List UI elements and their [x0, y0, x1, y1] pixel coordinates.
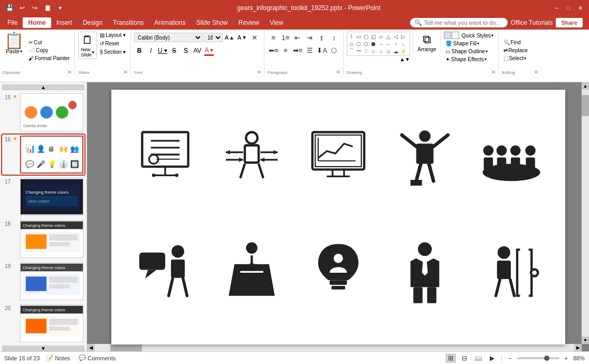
shape-rtriangle[interactable]: ◁ [392, 33, 400, 40]
redo-btn[interactable]: ↪ [30, 3, 40, 13]
layout-button[interactable]: ▤ Layout ▾ [98, 32, 127, 39]
smartart-btn[interactable]: ⬡ [328, 44, 340, 56]
clipboard-expand-icon[interactable]: ⧉ [68, 70, 71, 75]
shape-ltriangle[interactable]: ▷ [400, 33, 407, 40]
font-name-select[interactable]: Calibri (Body) [134, 33, 203, 42]
icon-person-speech[interactable] [122, 217, 208, 329]
normal-view-btn[interactable]: ⊞ [445, 353, 456, 363]
shape-curve[interactable]: ⌒ [348, 47, 355, 55]
decrease-font-btn[interactable]: A▼ [236, 32, 248, 43]
icon-meeting-group[interactable] [468, 106, 555, 217]
slide-panel[interactable]: ▲ 15 ★ Colorful circles 16 ★ [0, 82, 87, 351]
copy-button[interactable]: 📄 Copy [27, 47, 71, 54]
increase-indent-btn[interactable]: ⇥ [304, 32, 316, 43]
slide-item-16[interactable]: 16 ★ 📊 👤 🖥 🙌 👥 💬 🎤 💡 👔 🔲 [2, 135, 84, 175]
shape-lightning[interactable]: ⚡ [400, 47, 407, 55]
share-button[interactable]: Share [556, 18, 583, 27]
drawing-expand-icon[interactable]: ⧉ [492, 70, 495, 75]
align-right-btn[interactable]: ➡≡ [292, 44, 303, 56]
horizontal-scrollbar[interactable]: ◀ ▶ [87, 344, 582, 351]
style-swatch-1[interactable] [444, 32, 451, 39]
shape-star[interactable]: ☆ [370, 47, 377, 55]
paste-button[interactable]: 📋 Paste ▾ [2, 32, 26, 69]
icon-person-arrows[interactable] [208, 106, 295, 217]
slide-thumb-17[interactable]: Changing theme colors Slide content [20, 178, 83, 216]
maximize-btn[interactable]: □ [564, 4, 573, 12]
shape-outline-button[interactable]: ▭ Shape Outline ▾ [444, 48, 496, 55]
notes-button[interactable]: 📝 Notes [44, 354, 72, 362]
scroll-up-arrow[interactable]: ▲ [582, 82, 589, 90]
replace-button[interactable]: ⇄ Replace [502, 47, 538, 54]
shape-line[interactable]: \ [348, 33, 355, 40]
menu-insert[interactable]: Insert [51, 17, 78, 28]
save-btn[interactable]: 💾 [4, 3, 15, 13]
icon-monitor-chart[interactable] [295, 106, 382, 217]
paragraph-expand-icon[interactable]: ⧉ [337, 70, 340, 75]
font-size-select[interactable]: 18 [204, 33, 223, 42]
shape-diamond[interactable]: ◇ [348, 40, 355, 47]
icon-presentation-board[interactable] [122, 106, 208, 217]
shape-freeform[interactable]: 〜 [355, 47, 363, 55]
shape-arrow-l[interactable]: ← [385, 40, 392, 47]
shape-fill-button[interactable]: 🪣 Shape Fill ▾ [444, 40, 496, 47]
undo-btn[interactable]: ↩ [17, 3, 27, 13]
numbering-btn[interactable]: 1≡ [280, 32, 291, 43]
slide-thumb-18[interactable]: Changing theme colors [20, 220, 83, 258]
slides-expand-icon[interactable]: ⧉ [124, 70, 127, 75]
shape-heart[interactable]: ♡ [363, 47, 370, 55]
comments-button[interactable]: 💬 Comments [77, 354, 118, 362]
icon-person-celebrate[interactable] [382, 106, 468, 217]
icon-person-brackets[interactable] [468, 217, 555, 329]
shape-hexagon[interactable]: ⬡ [363, 40, 370, 47]
slide-thumb-16[interactable]: 📊 👤 🖥 🙌 👥 💬 🎤 💡 👔 🔲 [20, 136, 83, 174]
shape-rounded-rect[interactable]: ▢ [363, 33, 370, 40]
slide-sorter-btn[interactable]: ⊟ [459, 353, 470, 363]
clear-format-btn[interactable]: ✕ [249, 32, 261, 43]
tell-me-input-wrapper[interactable]: 🔍 [410, 18, 508, 27]
quick-styles-button[interactable]: Quick Styles ▾ [460, 32, 496, 39]
increase-font-btn[interactable]: A▲ [224, 32, 235, 43]
slide-item-19[interactable]: 19 ★ Changing theme colors [2, 261, 84, 301]
slide-item-15[interactable]: 15 ★ Colorful circles [2, 92, 84, 132]
slide-thumb-15[interactable]: Colorful circles [20, 93, 83, 131]
icon-business-person[interactable] [382, 217, 468, 329]
shape-effects-button[interactable]: ✦ Shape Effects ▾ [444, 56, 496, 63]
shapes-scroll-down[interactable]: ▼ [405, 56, 410, 62]
shape-cloud[interactable]: ☁ [392, 47, 400, 55]
menu-review[interactable]: Review [233, 17, 264, 28]
icon-podium-speaker[interactable] [208, 217, 295, 329]
shape-arrow-r[interactable]: → [377, 40, 385, 47]
align-center-btn[interactable]: ≡ [280, 44, 291, 56]
menu-slideshow[interactable]: Slide Show [191, 17, 233, 28]
font-expand-icon[interactable]: ⧉ [258, 70, 261, 75]
text-direction-btn[interactable]: ⬇A [316, 44, 328, 56]
font-spacing-btn[interactable]: AV [192, 45, 203, 56]
bold-btn[interactable]: B [134, 45, 145, 56]
shape-ellipse[interactable]: ○ [377, 47, 385, 55]
strikethrough-btn[interactable]: S [169, 45, 179, 56]
align-left-btn[interactable]: ⬅≡ [268, 44, 279, 56]
slide-item-18[interactable]: 18 ★ Changing theme colors [2, 219, 84, 259]
zoom-out-btn[interactable]: − [506, 355, 514, 362]
line-spacing-btn[interactable]: ↕ [328, 32, 340, 43]
menu-home[interactable]: Home [23, 17, 51, 28]
menu-view[interactable]: View [264, 17, 289, 28]
justify-btn[interactable]: ☰ [304, 44, 316, 56]
vertical-scrollbar[interactable]: ▲ ▼ [582, 82, 589, 344]
select-button[interactable]: ⬚ Select ▾ [502, 55, 538, 62]
shadow-btn[interactable]: S [180, 45, 191, 56]
reset-button[interactable]: ↺ Reset [98, 40, 127, 47]
icon-lightbulb-person[interactable] [295, 217, 382, 329]
presentation-btn[interactable]: 📋 [42, 3, 53, 13]
zoom-level[interactable]: 88% [573, 355, 585, 361]
slide-thumb-20[interactable]: Changing theme colors [20, 304, 83, 342]
underline-btn[interactable]: U ▾ [157, 45, 168, 56]
format-painter-button[interactable]: 🖌 Format Painter [27, 55, 71, 62]
customize-btn[interactable]: ▾ [55, 3, 65, 13]
zoom-in-btn[interactable]: + [563, 355, 570, 362]
bullets-btn[interactable]: ≡ [268, 32, 279, 43]
panel-scroll-down[interactable]: ▼ [2, 346, 84, 351]
scroll-thumb-h[interactable] [110, 344, 142, 351]
section-button[interactable]: § Section ▾ [98, 49, 127, 55]
office-tutorials-link[interactable]: Office Tutorials [511, 19, 553, 26]
